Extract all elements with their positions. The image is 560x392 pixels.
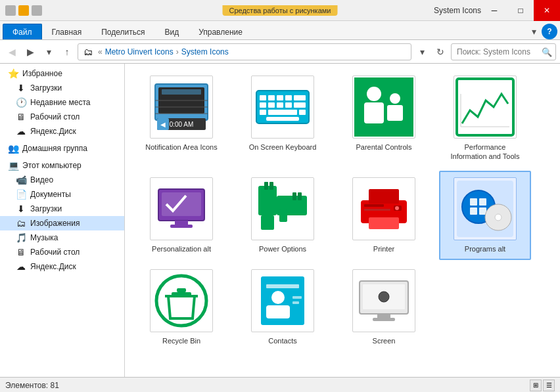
recent-label: Недавние места — [30, 98, 90, 107]
sidebar-item-homegroup[interactable]: 👥 Домашняя группа — [0, 141, 124, 156]
close-button[interactable]: ✕ — [534, 0, 560, 21]
search-input[interactable] — [451, 43, 556, 60]
title-bar: Средства работы с рисунками System Icons… — [0, 0, 560, 21]
svg-rect-73 — [377, 314, 390, 318]
svg-rect-18 — [277, 102, 283, 108]
sidebar-item-downloads[interactable]: ⬇ Загрузки — [0, 81, 124, 95]
svg-rect-41 — [264, 182, 268, 190]
contacts-icon-box — [251, 269, 314, 332]
downloads-label: Загрузки — [30, 83, 62, 93]
svg-rect-65 — [266, 284, 299, 288]
icon-printer[interactable]: Printer — [338, 171, 430, 260]
window-controls: ─ □ ✕ — [481, 0, 560, 21]
minimize-button[interactable]: ─ — [481, 0, 507, 21]
svg-rect-54 — [470, 198, 477, 206]
desktop-icon: 🖥 — [16, 112, 26, 122]
tab-file[interactable]: Файл — [3, 24, 42, 39]
path-part-metro[interactable]: Metro Uinvert Icons — [105, 47, 174, 56]
search-wrap: 🔍 — [451, 43, 556, 60]
svg-rect-5 — [162, 89, 201, 95]
personalization-icon-box — [150, 177, 213, 240]
icon-recycle[interactable]: Recycle Bin — [135, 263, 227, 352]
images-icon: 🗂 — [16, 218, 26, 229]
tab-share[interactable]: Поделиться — [91, 24, 154, 39]
printer-label: Printer — [373, 244, 394, 253]
list-view-button[interactable]: ☰ — [543, 380, 555, 391]
ribbon-tabs: Файл Главная Поделиться Вид Управление ▾… — [0, 21, 560, 39]
homegroup-icon: 👥 — [8, 143, 18, 154]
svg-text:◀: ◀ — [160, 121, 166, 128]
sidebar-item-music[interactable]: 🎵 Музыка — [0, 230, 124, 245]
sidebar-item-downloads2[interactable]: ⬇ Загрузки — [0, 202, 124, 216]
icon-power[interactable]: Power Options — [237, 171, 329, 260]
tab-view[interactable]: Вид — [154, 24, 189, 39]
icon-notification-area[interactable]: 0:00 AM ◀ Notification Area Icons — [135, 69, 227, 168]
tab-home[interactable]: Главная — [42, 24, 92, 39]
sidebar-item-images[interactable]: 🗂 Изображения — [0, 216, 124, 230]
icon-parental[interactable]: Parental Controls — [338, 69, 430, 168]
svg-rect-56 — [470, 207, 477, 215]
back-button[interactable]: ◀ — [4, 44, 20, 60]
icon-personalization[interactable]: Personalization alt — [135, 171, 227, 260]
address-bar: ◀ ▶ ▾ ↑ 🗂 « Metro Uinvert Icons › System… — [0, 40, 560, 64]
icon-keyboard[interactable]: On Screen Keyboard — [237, 69, 329, 168]
svg-point-66 — [271, 291, 285, 304]
sidebar-item-video[interactable]: 📹 Видео — [0, 173, 124, 187]
maximize-button[interactable]: □ — [507, 0, 534, 21]
address-path[interactable]: 🗂 « Metro Uinvert Icons › System Icons — [78, 43, 411, 60]
svg-rect-69 — [292, 301, 299, 304]
up-button[interactable]: ↑ — [59, 44, 75, 60]
sidebar-item-docs[interactable]: 📄 Документы — [0, 187, 124, 202]
svg-point-49 — [395, 206, 399, 210]
expand-ribbon-button[interactable]: ▾ — [526, 24, 542, 39]
icon-performance[interactable]: Performance Information and Tools — [439, 69, 531, 168]
item-count: Элементов: 81 — [5, 381, 59, 390]
icon-screen[interactable]: Screen — [338, 263, 430, 352]
tab-manage[interactable]: Управление — [189, 24, 252, 39]
yandex-label: Яндекс.Диск — [30, 127, 76, 136]
parental-label: Parental Controls — [356, 142, 412, 152]
svg-point-26 — [367, 87, 381, 101]
yandex-icon: ☁ — [16, 126, 26, 137]
yandex2-icon: ☁ — [16, 261, 26, 272]
icon-programs[interactable]: Programs alt — [439, 171, 531, 260]
svg-rect-40 — [279, 209, 287, 222]
keyboard-icon-box — [251, 76, 314, 139]
computer-group: 💻 Этот компьютер 📹 Видео 📄 Документы ⬇ З… — [0, 158, 124, 274]
expand-path-button[interactable]: ▾ — [414, 44, 430, 60]
svg-rect-46 — [369, 189, 399, 204]
downloads2-label: Загрузки — [30, 204, 62, 213]
sidebar-item-recent[interactable]: 🕐 Недавние места — [0, 95, 124, 110]
icon-contacts[interactable]: Contacts — [237, 263, 329, 352]
dropdown-button[interactable]: ▾ — [41, 44, 57, 60]
homegroup-label: Домашняя группа — [22, 144, 87, 153]
svg-point-72 — [379, 292, 389, 302]
notification-area-icon-box: 0:00 AM ◀ — [150, 76, 213, 139]
music-label: Музыка — [30, 233, 58, 242]
sidebar-item-favorites[interactable]: ⭐ Избранное — [0, 66, 124, 81]
sidebar-item-desktop2[interactable]: 🖥 Рабочий стол — [0, 245, 124, 259]
svg-rect-42 — [269, 182, 273, 190]
svg-rect-37 — [258, 186, 277, 215]
icon-grid: 0:00 AM ◀ Notification Area Icons — [125, 64, 560, 357]
help-button[interactable]: ? — [542, 24, 557, 39]
notification-area-label: Notification Area Icons — [145, 142, 217, 152]
title-bar-icons — [5, 5, 42, 16]
sidebar-item-yandex[interactable]: ☁ Яндекс.Диск — [0, 124, 124, 139]
sidebar-item-yandex2[interactable]: ☁ Яндекс.Диск — [0, 259, 124, 274]
forward-button[interactable]: ▶ — [22, 44, 38, 60]
sidebar-item-computer[interactable]: 💻 Этот компьютер — [0, 158, 124, 173]
path-part-system[interactable]: System Icons — [181, 47, 229, 56]
svg-rect-22 — [268, 110, 297, 115]
printer-icon-box — [352, 177, 415, 240]
svg-rect-62 — [172, 292, 191, 296]
video-label: Видео — [30, 175, 53, 185]
svg-rect-44 — [292, 192, 296, 200]
svg-point-28 — [390, 93, 400, 104]
favorites-group: ⭐ Избранное ⬇ Загрузки 🕐 Недавние места … — [0, 66, 124, 139]
refresh-button[interactable]: ↻ — [432, 44, 448, 60]
sidebar-item-desktop[interactable]: 🖥 Рабочий стол — [0, 110, 124, 124]
svg-rect-63 — [177, 288, 186, 292]
svg-rect-47 — [369, 217, 399, 229]
grid-view-button[interactable]: ⊞ — [530, 380, 542, 391]
